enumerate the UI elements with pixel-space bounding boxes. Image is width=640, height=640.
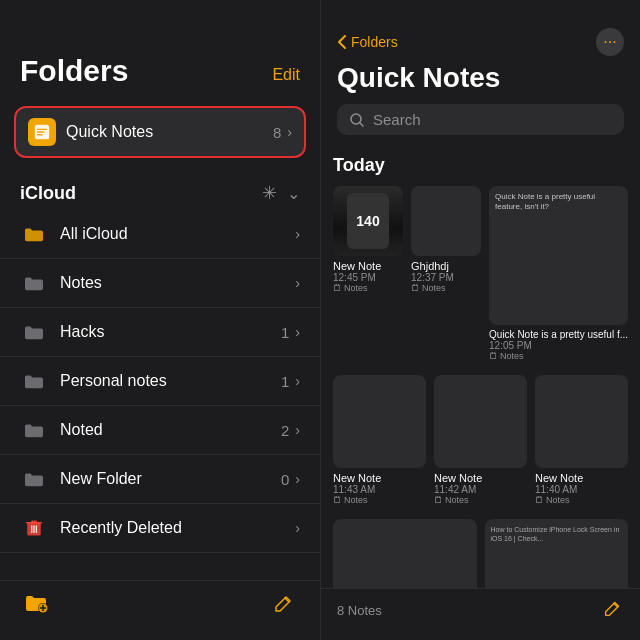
folder-chevron: › — [295, 520, 300, 536]
note-source-label-2: Notes — [422, 283, 446, 293]
folder-name-notes: Notes — [60, 274, 295, 292]
svg-rect-3 — [26, 522, 43, 524]
folder-list: All iCloud › Notes › Hacks 1 › — [0, 210, 320, 580]
folder-count-hacks: 1 — [281, 324, 289, 341]
phone-thumbnail: 140 — [333, 186, 403, 256]
note-thumb-5 — [434, 375, 527, 468]
note-source-icon-5: 🗒 — [434, 495, 443, 505]
folder-row-hacks[interactable]: Hacks 1 › — [0, 308, 320, 357]
note-source-4: 🗒 Notes — [333, 495, 426, 505]
note-cell-7[interactable]: New Note 11:24 AM 🗒 Notes — [333, 519, 477, 588]
folder-icon-all-icloud — [20, 220, 48, 248]
note-name-6: New Note — [535, 472, 628, 484]
folder-chevron: › — [295, 422, 300, 438]
quick-notes-row[interactable]: Quick Notes 8 › — [14, 106, 306, 158]
left-header: Folders Edit — [0, 0, 320, 98]
folder-name-personal-notes: Personal notes — [60, 372, 281, 390]
collapse-icon[interactable]: ⌄ — [287, 184, 300, 203]
note-cell-6[interactable]: New Note 11:40 AM 🗒 Notes — [535, 375, 628, 505]
folder-chevron: › — [295, 324, 300, 340]
search-bar[interactable]: Search — [337, 104, 624, 135]
folder-icon-personal-notes — [20, 367, 48, 395]
note-thumb-7 — [333, 519, 477, 588]
back-button[interactable]: Folders — [337, 34, 398, 50]
left-panel: Folders Edit Quick Notes 8 › iCloud ✳ ⌄ — [0, 0, 320, 640]
note-source-6: 🗒 Notes — [535, 495, 628, 505]
note-thumb-6 — [535, 375, 628, 468]
notes-grid-row2: New Note 11:43 AM 🗒 Notes New Note 11:42… — [333, 375, 628, 505]
quick-notes-page-title: Quick Notes — [337, 62, 624, 94]
compose-button-left[interactable] — [272, 591, 296, 621]
folder-name-hacks: Hacks — [60, 323, 281, 341]
note-source-2: 🗒 Notes — [411, 283, 481, 293]
note-time-2: 12:37 PM — [411, 272, 481, 283]
back-nav: Folders ··· — [337, 28, 624, 56]
note-source-5: 🗒 Notes — [434, 495, 527, 505]
search-placeholder: Search — [373, 111, 421, 128]
note-cell-8[interactable]: How to Customize iPhone Lock Screen in i… — [485, 519, 629, 588]
notes-grid-row3: New Note 11:24 AM 🗒 Notes How to Customi… — [333, 519, 628, 588]
back-label: Folders — [351, 34, 398, 50]
note-thumb-8: How to Customize iPhone Lock Screen in i… — [485, 519, 629, 588]
folder-row-all-icloud[interactable]: All iCloud › — [0, 210, 320, 259]
note-time-3: 12:05 PM — [489, 340, 628, 351]
new-folder-button[interactable] — [24, 591, 48, 621]
note-cell-1[interactable]: 140 New Note 12:45 PM 🗒 Notes — [333, 186, 403, 361]
folder-row-new-folder[interactable]: New Folder 0 › — [0, 455, 320, 504]
note-cell-2[interactable]: Ghjdhdj 12:37 PM 🗒 Notes — [411, 186, 481, 361]
note-name-1: New Note — [333, 260, 403, 272]
note-thumb-2 — [411, 186, 481, 256]
folder-count-noted: 2 — [281, 422, 289, 439]
phone-img-number: 140 — [347, 193, 389, 249]
folder-icon-noted — [20, 416, 48, 444]
note-thumb-3: Quick Note is a pretty useful feature, i… — [489, 186, 628, 325]
folder-name-noted: Noted — [60, 421, 281, 439]
note-name-4: New Note — [333, 472, 426, 484]
left-bottom-bar — [0, 580, 320, 640]
folder-row-noted[interactable]: Noted 2 › — [0, 406, 320, 455]
note-name-2: Ghjdhdj — [411, 260, 481, 272]
more-icon: ··· — [603, 33, 616, 51]
note-source-icon: 🗒 — [333, 283, 342, 293]
note-source-1: 🗒 Notes — [333, 283, 403, 293]
note-source-label-6: Notes — [546, 495, 570, 505]
notes-count-label: 8 Notes — [337, 603, 382, 618]
folder-count-personal-notes: 1 — [281, 373, 289, 390]
note-source-label-5: Notes — [445, 495, 469, 505]
sync-icon[interactable]: ✳ — [262, 182, 277, 204]
more-button[interactable]: ··· — [596, 28, 624, 56]
folder-name-all-icloud: All iCloud — [60, 225, 295, 243]
notes-scroll: Today 140 New Note 12:45 PM 🗒 Notes — [321, 155, 640, 588]
note-cell-3[interactable]: Quick Note is a pretty useful feature, i… — [489, 186, 628, 361]
compose-button-right[interactable] — [602, 597, 624, 624]
note-source-icon-3: 🗒 — [489, 351, 498, 361]
note-thumb-4 — [333, 375, 426, 468]
note-source-label-3: Notes — [500, 351, 524, 361]
folders-title: Folders — [20, 54, 128, 88]
folder-count-new-folder: 0 — [281, 471, 289, 488]
note-source-icon-6: 🗒 — [535, 495, 544, 505]
note-thumb-text-8: How to Customize iPhone Lock Screen in i… — [491, 525, 623, 543]
right-header: Folders ··· Quick Notes Search — [321, 0, 640, 155]
quick-notes-label: Quick Notes — [66, 123, 273, 141]
quick-notes-chevron: › — [287, 124, 292, 140]
folder-chevron: › — [295, 471, 300, 487]
edit-button[interactable]: Edit — [272, 66, 300, 88]
note-cell-5[interactable]: New Note 11:42 AM 🗒 Notes — [434, 375, 527, 505]
note-name-5: New Note — [434, 472, 527, 484]
note-time-6: 11:40 AM — [535, 484, 628, 495]
folder-icon-notes — [20, 269, 48, 297]
note-source-icon-2: 🗒 — [411, 283, 420, 293]
note-name-3: Quick Note is a pretty useful f... — [489, 329, 628, 340]
folder-name-recently-deleted: Recently Deleted — [60, 519, 295, 537]
folder-row-personal-notes[interactable]: Personal notes 1 › — [0, 357, 320, 406]
note-cell-4[interactable]: New Note 11:43 AM 🗒 Notes — [333, 375, 426, 505]
folder-chevron: › — [295, 275, 300, 291]
folder-row-notes[interactable]: Notes › — [0, 259, 320, 308]
notes-grid-row1: 140 New Note 12:45 PM 🗒 Notes Ghjdhdj 12… — [333, 186, 628, 361]
folder-row-recently-deleted[interactable]: Recently Deleted › — [0, 504, 320, 553]
note-source-3: 🗒 Notes — [489, 351, 628, 361]
quick-notes-icon — [28, 118, 56, 146]
folder-icon-new-folder — [20, 465, 48, 493]
note-source-icon-4: 🗒 — [333, 495, 342, 505]
